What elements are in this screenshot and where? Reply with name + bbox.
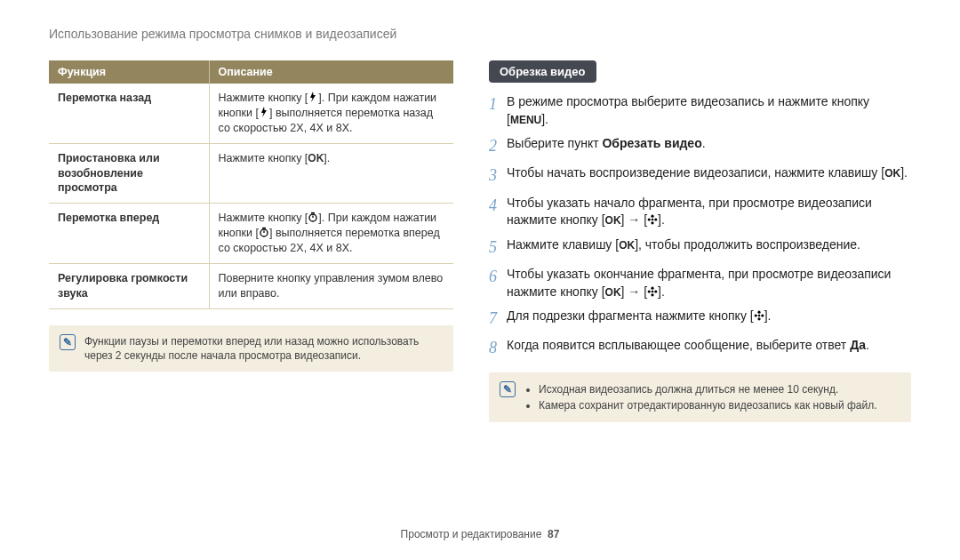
right-column: Обрезка видео 1 В режиме просмотра выбер…: [489, 60, 911, 422]
step: 2 Выберите пункт Обрезать видео.: [489, 135, 911, 157]
text: .: [702, 136, 706, 150]
svg-point-17: [757, 311, 760, 314]
step: 6 Чтобы указать окончание фрагмента, при…: [489, 266, 911, 300]
text: .: [866, 338, 869, 352]
bold-text: Да: [850, 338, 866, 352]
flash-icon: [259, 107, 269, 117]
svg-point-12: [652, 286, 654, 289]
note-text: Функции паузы и перемотки вперед или наз…: [84, 334, 443, 363]
ok-icon: OK: [619, 239, 635, 252]
step-text: Выберите пункт Обрезать видео.: [507, 135, 911, 153]
table-row: Перемотка вперед Нажмите кнопку []. При …: [49, 204, 453, 264]
note-item: Камера сохранит отредактированную видеоз…: [539, 397, 877, 413]
svg-point-19: [754, 315, 756, 317]
flower-icon: [754, 310, 764, 321]
flash-icon: [308, 92, 318, 102]
step-number: 7: [489, 308, 507, 330]
footer-label: Просмотр и редактирование: [401, 528, 542, 540]
step-text: Когда появится всплывающее сообщение, вы…: [507, 337, 911, 355]
text: В режиме просмотра выберите видеозапись …: [507, 94, 869, 126]
table-row: Перемотка назад Нажмите кнопку []. При к…: [49, 84, 453, 143]
ok-icon: OK: [605, 214, 621, 227]
bold-text: Обрезать видео: [602, 136, 701, 150]
step: 3 Чтобы начать воспроизведение видеозапи…: [489, 164, 911, 187]
note-box: ✎ Функции паузы и перемотки вперед или н…: [49, 325, 453, 372]
text: Выберите пункт: [507, 136, 602, 150]
ok-icon: OK: [884, 167, 900, 180]
table-row: Приостановка или возобновление просмотра…: [49, 143, 453, 204]
menu-icon: MENU: [510, 114, 541, 126]
step-text: Чтобы начать воспроизведение видеозаписи…: [507, 164, 911, 182]
flower-icon: [647, 214, 658, 225]
desc-cell: Нажмите кнопку []. При каждом нажатии кн…: [209, 84, 453, 143]
desc-cell: Нажмите кнопку []. При каждом нажатии кн…: [209, 204, 453, 264]
svg-point-8: [652, 221, 654, 224]
svg-point-7: [652, 215, 654, 218]
step-text: В режиме просмотра выберите видеозапись …: [507, 93, 911, 128]
section-title-pill: Обрезка видео: [489, 60, 596, 83]
step: 1 В режиме просмотра выберите видеозапис…: [489, 93, 911, 128]
text: ].: [658, 284, 665, 299]
step-number: 1: [489, 93, 507, 116]
timer-icon: [259, 227, 269, 237]
text: Нажмите кнопку [: [219, 212, 308, 224]
svg-point-20: [761, 315, 764, 317]
step-number: 8: [489, 337, 507, 359]
th-description: Описание: [209, 60, 453, 84]
step: 4 Чтобы указать начало фрагмента, при пр…: [489, 195, 911, 229]
text: Чтобы указать начало фрагмента, при прос…: [507, 196, 872, 228]
left-column: Функция Описание Перемотка назад Нажмите…: [49, 60, 453, 422]
flower-icon: [647, 286, 658, 297]
info-icon: ✎: [500, 381, 516, 397]
step-number: 3: [489, 164, 507, 187]
fn-cell: Приостановка или возобновление просмотра: [49, 143, 209, 204]
info-icon: ✎: [60, 334, 76, 350]
text: Нажмите клавишу [: [507, 237, 619, 252]
step-number: 2: [489, 135, 507, 157]
note-box-right: ✎ Исходная видеозапись должна длиться не…: [489, 372, 911, 422]
breadcrumb: Использование режима просмотра снимков и…: [49, 27, 911, 41]
text: Для подрезки фрагмента нажмите кнопку [: [507, 308, 754, 323]
text: Нажмите кнопку [: [219, 152, 308, 164]
step: 8 Когда появится всплывающее сообщение, …: [489, 337, 911, 359]
text: Чтобы начать воспроизведение видеозаписи…: [507, 165, 884, 180]
step: 7 Для подрезки фрагмента нажмите кнопку …: [489, 308, 911, 330]
desc-cell: Поверните кнопку управления зумом влево …: [209, 263, 453, 308]
ok-icon: OK: [308, 152, 324, 164]
text: ] → [: [621, 212, 648, 227]
text: ].: [764, 308, 772, 323]
step-number: 4: [489, 195, 507, 217]
steps-list: 1 В режиме просмотра выберите видеозапис…: [489, 93, 911, 360]
text: ].: [541, 112, 548, 126]
text: Когда появится всплывающее сообщение, вы…: [507, 338, 850, 352]
text: ], чтобы продолжить воспроизведение.: [635, 237, 860, 252]
svg-point-11: [652, 290, 654, 292]
th-function: Функция: [49, 60, 209, 84]
svg-point-9: [648, 219, 651, 221]
functions-table: Функция Описание Перемотка назад Нажмите…: [49, 60, 453, 309]
text: ] → [: [621, 284, 648, 299]
page-number: 87: [548, 528, 559, 540]
svg-point-18: [757, 317, 760, 320]
text: ].: [324, 152, 330, 164]
ok-icon: OK: [605, 286, 621, 299]
timer-icon: [308, 212, 318, 222]
step-number: 6: [489, 266, 507, 288]
content-columns: Функция Описание Перемотка назад Нажмите…: [49, 60, 911, 422]
step-text: Чтобы указать окончание фрагмента, при п…: [507, 266, 911, 300]
step: 5 Нажмите клавишу [OK], чтобы продолжить…: [489, 236, 911, 259]
fn-cell: Перемотка назад: [49, 84, 209, 143]
svg-point-16: [757, 315, 760, 317]
table-row: Регулировка громкости звука Поверните кн…: [49, 263, 453, 308]
note-list: Исходная видеозапись должна длиться не м…: [524, 381, 877, 413]
svg-point-6: [652, 219, 654, 221]
step-number: 5: [489, 236, 507, 259]
text: ].: [900, 165, 908, 180]
page-footer: Просмотр и редактирование 87: [0, 528, 960, 540]
text: ].: [658, 212, 665, 227]
svg-point-13: [652, 293, 654, 296]
text: Нажмите кнопку [: [219, 92, 308, 104]
step-text: Для подрезки фрагмента нажмите кнопку []…: [507, 308, 911, 325]
text: Чтобы указать окончание фрагмента, при п…: [507, 267, 891, 299]
fn-cell: Регулировка громкости звука: [49, 263, 209, 308]
